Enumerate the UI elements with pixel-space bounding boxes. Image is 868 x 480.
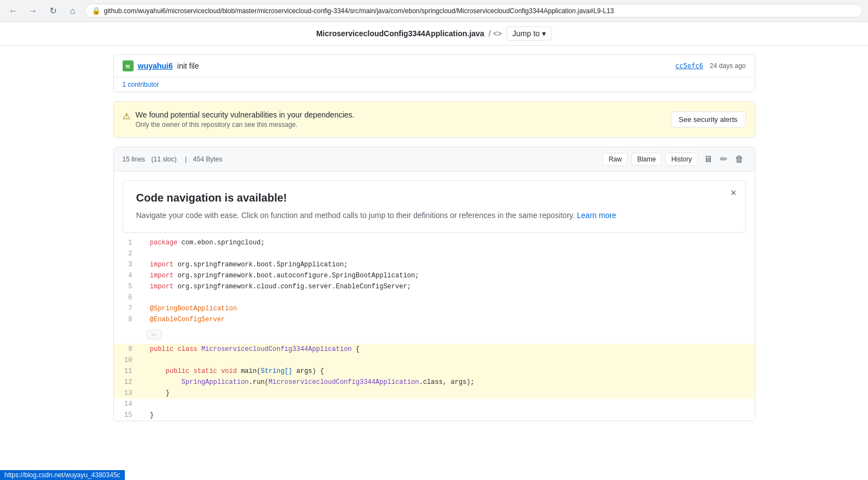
line-number[interactable]: 12 [114, 377, 141, 388]
commit-box: w wuyahui6 init file cc5efc6 24 days ago… [113, 54, 755, 92]
table-row: 3import org.springframework.boot.SpringA… [114, 259, 755, 270]
line-content: } [141, 388, 755, 399]
line-content: package com.ebon.springcloud; [141, 237, 755, 248]
history-button[interactable]: History [665, 153, 698, 166]
line-number[interactable]: 6 [114, 292, 141, 303]
line-number[interactable]: 13 [114, 388, 141, 399]
address-bar[interactable]: 🔒 github.com/wuyahui6/microservicecloud/… [85, 4, 863, 18]
table-row: 5import org.springframework.cloud.config… [114, 281, 755, 292]
code-meta: 15 lines (11 sloc) | 454 Bytes [123, 155, 227, 163]
table-row: 13 } [114, 388, 755, 399]
table-row: 4import org.springframework.boot.autocon… [114, 270, 755, 281]
warning-icon: ⚠ [123, 111, 130, 121]
table-row: 15} [114, 410, 755, 421]
url-text: github.com/wuyahui6/microservicecloud/bl… [104, 7, 855, 15]
line-content: } [141, 410, 755, 421]
security-alerts-button[interactable]: See security alerts [671, 111, 746, 127]
popup-title: Code navigation is available! [136, 192, 732, 204]
code-actions: Raw Blame History 🖥 ✏ 🗑 [602, 152, 745, 166]
table-row: 11 public static void main(String[] args… [114, 366, 755, 377]
security-left: ⚠ We found potential security vulnerabil… [123, 110, 355, 129]
commit-date: 24 days ago [710, 62, 745, 70]
file-size: 454 Bytes [193, 155, 222, 163]
forward-button[interactable]: → [25, 3, 41, 19]
file-header-bar: MicroservicecloudConfig3344Application.j… [0, 22, 868, 46]
table-row: 7@SpringBootApplication [114, 303, 755, 314]
file-name: MicroservicecloudConfig3344Application.j… [316, 29, 484, 38]
commit-left: w wuyahui6 init file [123, 60, 199, 71]
expand-button[interactable]: ··· [147, 330, 162, 339]
bottom-status-bar: https://blog.csdn.net/wuyayu_4380345c [0, 470, 125, 480]
contributors-link[interactable]: 1 contributor [123, 81, 159, 88]
delete-button[interactable]: 🗑 [733, 152, 746, 166]
blame-button[interactable]: Blame [631, 153, 662, 166]
table-row: 6 [114, 292, 755, 303]
line-number[interactable]: 11 [114, 366, 141, 377]
line-number[interactable]: 9 [114, 344, 141, 355]
commit-right: cc5efc6 24 days ago [676, 62, 746, 70]
sloc-count: (11 sloc) [151, 155, 176, 163]
line-number[interactable]: 3 [114, 259, 141, 270]
jump-to-label: Jump to [512, 29, 540, 38]
line-content: @EnableConfigServer [141, 314, 755, 325]
code-table: 1package com.ebon.springcloud;2 3import … [114, 237, 755, 421]
table-row: 14 [114, 399, 755, 410]
line-number[interactable]: 4 [114, 270, 141, 281]
lines-count: 15 lines [123, 155, 145, 163]
line-number[interactable]: 10 [114, 355, 141, 366]
popup-description: Navigate your code with ease. Click on f… [136, 210, 732, 221]
table-row: 12 SpringApplication.run(Microserviceclo… [114, 377, 755, 388]
expand-row: ··· [114, 325, 755, 344]
commit-author[interactable]: wuyahui6 [138, 62, 173, 70]
line-number[interactable]: 14 [114, 399, 141, 410]
line-number[interactable]: 7 [114, 303, 141, 314]
line-content: import org.springframework.cloud.config.… [141, 281, 755, 292]
line-content: public class MicroservicecloudConfig3344… [141, 344, 755, 355]
line-content: public static void main(String[] args) { [141, 366, 755, 377]
raw-button[interactable]: Raw [602, 153, 628, 166]
line-content [141, 355, 755, 366]
line-content: SpringApplication.run(MicroservicecloudC… [141, 377, 755, 388]
line-number[interactable]: 8 [114, 314, 141, 325]
table-row: 2 [114, 248, 755, 259]
back-button[interactable]: ← [5, 3, 21, 19]
lock-icon: 🔒 [92, 7, 101, 15]
edit-button[interactable]: ✏ [718, 152, 729, 166]
commit-row: w wuyahui6 init file cc5efc6 24 days ago [114, 55, 755, 77]
line-content: import org.springframework.boot.autoconf… [141, 270, 755, 281]
line-content [141, 248, 755, 259]
popup-close-button[interactable]: × [731, 187, 737, 199]
line-number[interactable]: 15 [114, 410, 141, 421]
security-box: ⚠ We found potential security vulnerabil… [113, 101, 755, 138]
code-nav-popup: × Code navigation is available! Navigate… [123, 180, 746, 233]
table-row: 10 [114, 355, 755, 366]
code-box: 15 lines (11 sloc) | 454 Bytes Raw Blame… [113, 147, 755, 421]
learn-more-link[interactable]: Learn more [577, 211, 617, 220]
security-text: We found potential security vulnerabilit… [136, 110, 355, 129]
line-number[interactable]: 5 [114, 281, 141, 292]
table-row: 8@EnableConfigServer [114, 314, 755, 325]
line-content [141, 399, 755, 410]
browser-chrome: ← → ↻ ⌂ 🔒 github.com/wuyahui6/microservi… [0, 0, 868, 22]
security-title: We found potential security vulnerabilit… [136, 110, 355, 119]
popup-desc-text: Navigate your code with ease. Click on f… [136, 211, 575, 220]
reload-button[interactable]: ↻ [45, 3, 60, 19]
commit-hash[interactable]: cc5efc6 [676, 62, 704, 70]
security-subtitle: Only the owner of this repository can se… [136, 121, 355, 129]
line-content: @SpringBootApplication [141, 303, 755, 314]
file-separator: / <> [489, 29, 502, 38]
line-content [141, 292, 755, 303]
line-number[interactable]: 2 [114, 248, 141, 259]
table-row: 9public class MicroservicecloudConfig334… [114, 344, 755, 355]
line-content: import org.springframework.boot.SpringAp… [141, 259, 755, 270]
line-number[interactable]: 1 [114, 237, 141, 248]
sep-dot: | [185, 155, 187, 163]
avatar: w [123, 60, 134, 71]
jump-to-button[interactable]: Jump to ▾ [506, 26, 552, 41]
monitor-button[interactable]: 🖥 [701, 152, 715, 166]
table-row: 1package com.ebon.springcloud; [114, 237, 755, 248]
code-toolbar: 15 lines (11 sloc) | 454 Bytes Raw Blame… [114, 147, 755, 171]
home-button[interactable]: ⌂ [65, 3, 80, 19]
contributors-row: 1 contributor [114, 77, 755, 92]
dropdown-icon: ▾ [542, 29, 546, 38]
